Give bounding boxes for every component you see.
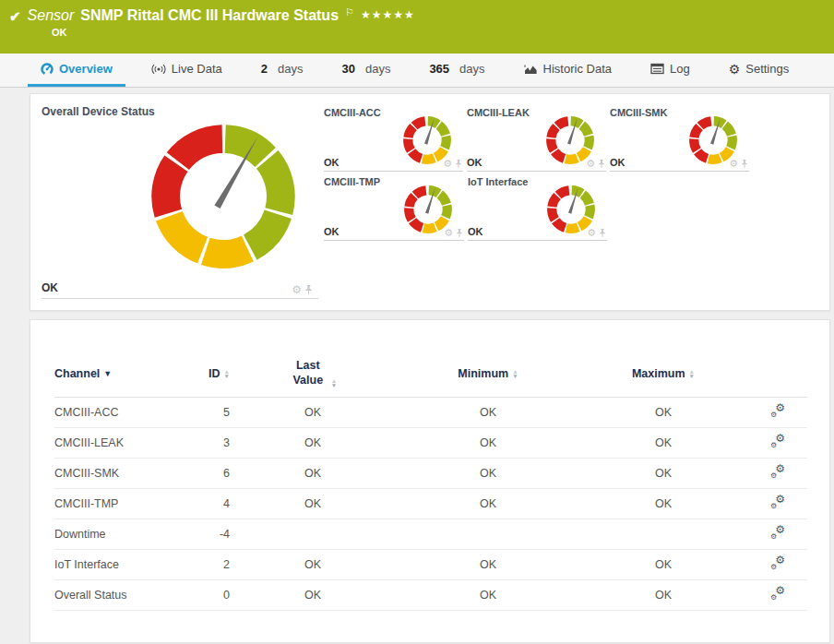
sort-toggle-icon: ▲▼ xyxy=(331,378,337,388)
main-content: Overall Device Status OK ⚙ CMCIII-ACC OK… xyxy=(0,88,834,643)
table-row-cmciii-acc[interactable]: CMCIII-ACC 5 OK OK OK ⚙⚙ xyxy=(54,398,807,428)
channel-name: Downtime xyxy=(54,519,193,550)
tile-gear-icon[interactable]: ⚙ xyxy=(443,159,452,169)
channel-last-value: OK xyxy=(230,550,396,580)
tab-bar: Overview Live Data 2days 30days 365days … xyxy=(0,54,834,88)
mini-status-value: OK xyxy=(468,226,483,237)
overall-status-value: OK xyxy=(42,281,58,294)
channel-settings-gears-icon[interactable]: ⚙⚙ xyxy=(770,495,785,509)
channel-maximum: OK xyxy=(580,489,746,519)
tab-historic-data[interactable]: Historic Data xyxy=(511,54,625,87)
priority-stars[interactable]: ★★★★★ xyxy=(361,8,415,21)
channel-id: 6 xyxy=(193,459,230,489)
channel-settings-gears-icon[interactable]: ⚙⚙ xyxy=(770,435,785,448)
channel-last-value: OK xyxy=(230,489,396,519)
column-header-last-value[interactable]: Last Value▲▼ xyxy=(230,359,396,398)
channel-id: 0 xyxy=(193,580,230,611)
channel-name: CMCIII-ACC xyxy=(54,398,193,428)
mini-tile-cmciii-leak[interactable]: CMCIII-LEAK OK ⚙ xyxy=(467,107,606,172)
mini-tile-cmciii-tmp[interactable]: CMCIII-TMP OK ⚙ xyxy=(324,176,464,241)
channel-settings-gears-icon[interactable]: ⚙⚙ xyxy=(770,587,785,601)
tile-pin-icon[interactable] xyxy=(598,159,605,169)
channel-last-value: OK xyxy=(230,580,396,611)
tab-365-days-unit: days xyxy=(459,62,484,76)
channel-settings-gears-icon[interactable]: ⚙⚙ xyxy=(770,526,785,540)
mini-status-value: OK xyxy=(610,157,626,168)
tile-pin-icon[interactable] xyxy=(456,228,463,238)
tile-gear-icon[interactable]: ⚙ xyxy=(587,228,596,238)
tab-365-days[interactable]: 365days xyxy=(416,54,497,87)
channel-last-value: OK xyxy=(230,459,396,489)
channel-settings-gears-icon[interactable]: ⚙⚙ xyxy=(770,556,785,570)
channel-name: CMCIII-LEAK xyxy=(54,428,193,459)
channel-minimum: OK xyxy=(396,459,580,489)
tile-gear-icon[interactable]: ⚙ xyxy=(729,159,738,169)
log-list-icon xyxy=(650,63,664,75)
sensor-header-bar: ✔ Sensor SNMP Rittal CMC III Hardware St… xyxy=(0,0,834,54)
mini-status-value: OK xyxy=(467,157,483,168)
channel-settings-gears-icon[interactable]: ⚙⚙ xyxy=(770,465,785,479)
tab-30-days-unit: days xyxy=(365,62,390,76)
mini-gauges-grid: CMCIII-ACC OK ⚙ CMCIII-LEAK OK ⚙ CMCIII-… xyxy=(324,94,829,310)
table-row-downtime[interactable]: Downtime -4 ⚙⚙ xyxy=(54,519,807,550)
tile-pin-icon[interactable] xyxy=(599,228,606,238)
channel-last-value: OK xyxy=(230,398,396,428)
channel-minimum: OK xyxy=(396,580,580,611)
channels-table-panel: Channel▼ ID▲▼ Last Value▲▼ Minimum▲▼ Max… xyxy=(30,319,830,643)
channel-id: 3 xyxy=(193,428,230,459)
column-header-actions xyxy=(746,359,807,398)
area-chart-icon xyxy=(524,63,538,76)
mini-tile-cmciii-smk[interactable]: CMCIII-SMK OK ⚙ xyxy=(610,107,749,172)
channel-id: 5 xyxy=(193,398,230,428)
mini-status-value: OK xyxy=(324,157,340,168)
tab-live-data[interactable]: Live Data xyxy=(138,54,235,87)
overall-device-status-title: Overall Device Status xyxy=(42,105,324,118)
overview-gauges-panel: Overall Device Status OK ⚙ CMCIII-ACC OK… xyxy=(30,93,830,311)
tile-pin-icon[interactable] xyxy=(741,159,748,169)
tab-2-days-unit: days xyxy=(278,62,303,76)
tab-historic-data-label: Historic Data xyxy=(543,62,612,76)
broadcast-icon xyxy=(151,63,166,76)
channel-last-value: OK xyxy=(230,428,396,459)
tile-gear-icon[interactable]: ⚙ xyxy=(444,228,453,238)
gear-icon: ⚙ xyxy=(729,63,741,76)
column-header-channel[interactable]: Channel▼ xyxy=(54,359,193,398)
tab-30-days-number: 30 xyxy=(341,62,354,76)
tile-gear-icon[interactable]: ⚙ xyxy=(292,284,302,295)
table-row-cmciii-tmp[interactable]: CMCIII-TMP 4 OK OK OK ⚙⚙ xyxy=(54,489,807,519)
tile-gear-icon[interactable]: ⚙ xyxy=(586,159,595,169)
column-header-maximum[interactable]: Maximum▲▼ xyxy=(580,359,746,398)
column-header-id[interactable]: ID▲▼ xyxy=(193,359,230,398)
table-row-overall-status[interactable]: Overall Status 0 OK OK OK ⚙⚙ xyxy=(54,580,807,611)
mini-tile-iot-interface[interactable]: IoT Interface OK ⚙ xyxy=(468,176,607,241)
tab-log[interactable]: Log xyxy=(637,54,703,87)
table-row-cmciii-smk[interactable]: CMCIII-SMK 6 OK OK OK ⚙⚙ xyxy=(54,459,807,489)
tab-live-data-label: Live Data xyxy=(172,62,222,76)
channel-id: 4 xyxy=(193,489,230,519)
column-header-minimum[interactable]: Minimum▲▼ xyxy=(396,359,580,398)
sort-toggle-icon: ▲▼ xyxy=(224,369,230,378)
tab-2-days[interactable]: 2days xyxy=(248,54,316,87)
channel-name: Overall Status xyxy=(54,580,193,611)
sort-desc-icon: ▼ xyxy=(103,369,112,378)
tile-pin-icon[interactable] xyxy=(304,284,313,295)
channel-minimum: OK xyxy=(396,489,580,519)
mini-status-value: OK xyxy=(324,226,340,237)
channel-maximum: OK xyxy=(580,428,746,459)
channel-minimum: OK xyxy=(396,550,580,580)
mini-tile-cmciii-acc[interactable]: CMCIII-ACC OK ⚙ xyxy=(324,107,463,172)
overall-status-gauge xyxy=(149,122,298,271)
channel-name: CMCIII-SMK xyxy=(54,459,193,489)
tab-log-label: Log xyxy=(670,62,690,76)
tab-overview[interactable]: Overview xyxy=(28,54,125,87)
flag-icon[interactable]: ⚐ xyxy=(345,6,354,18)
overall-device-status-tile[interactable]: Overall Device Status OK ⚙ xyxy=(30,94,324,310)
sort-toggle-icon: ▲▼ xyxy=(689,369,695,378)
tile-pin-icon[interactable] xyxy=(455,159,462,169)
tab-settings[interactable]: ⚙ Settings xyxy=(716,54,803,87)
channel-name: IoT Interface xyxy=(54,550,193,580)
table-row-cmciii-leak[interactable]: CMCIII-LEAK 3 OK OK OK ⚙⚙ xyxy=(54,428,807,459)
tab-30-days[interactable]: 30days xyxy=(328,54,403,87)
table-row-iot-interface[interactable]: IoT Interface 2 OK OK OK ⚙⚙ xyxy=(54,550,807,580)
channel-settings-gears-icon[interactable]: ⚙⚙ xyxy=(770,404,785,418)
